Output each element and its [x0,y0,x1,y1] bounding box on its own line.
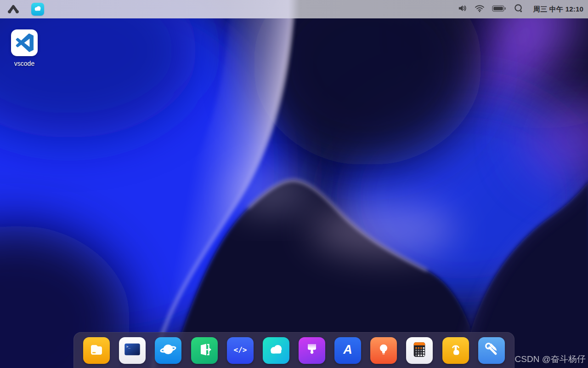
vscode-logo-icon [11,29,38,56]
dock-item-toolbox[interactable] [478,337,505,364]
launcher-button[interactable] [6,2,21,17]
desktop-shortcut-vscode[interactable]: vscode [9,29,40,67]
dock-item-tips[interactable] [370,337,397,364]
paint-brush-icon [304,341,320,360]
svg-text:</>: </> [233,345,247,354]
dock-item-weather[interactable] [263,337,289,364]
deepin-logo-icon [6,2,20,16]
cloud-app-icon [34,5,42,13]
clock[interactable]: 周三 中午 12:10 [533,5,583,14]
dock-item-file-manager[interactable] [83,337,110,364]
dock-item-gesture[interactable] [442,337,469,364]
battery-icon[interactable] [492,5,506,14]
terminal-icon: >_ [122,339,142,362]
dock: >_ </> [74,332,514,368]
active-app-button[interactable] [31,3,44,16]
folder-icon [88,341,105,360]
wrench-pencil-icon [483,341,500,360]
top-bar: 周三 中午 12:10 [0,0,588,18]
door-arrow-icon [196,341,213,360]
shortcut-label: vscode [9,60,40,67]
lightbulb-icon [376,342,391,359]
code-tags-icon: </> [231,341,249,360]
dock-item-boot-maker[interactable] [191,337,218,364]
csdn-watermark: CSDN @奋斗杨仔 [515,353,586,365]
volume-icon[interactable] [458,4,467,14]
search-icon[interactable] [514,4,523,15]
touch-hand-icon [447,341,464,360]
letter-a-icon: A [339,341,356,360]
dock-item-terminal[interactable]: >_ [119,337,146,364]
dock-item-app-store[interactable]: A [334,337,361,364]
planet-icon [159,341,177,360]
calculator-icon [409,339,430,362]
desktop-wallpaper [0,0,588,368]
wifi-icon[interactable] [475,5,485,14]
system-tray: 周三 中午 12:10 [458,4,583,15]
dock-item-calculator[interactable] [406,337,433,364]
cloud-icon [268,344,284,357]
dock-item-browser[interactable] [155,337,181,364]
dock-item-code-editor[interactable]: </> [227,337,254,364]
svg-text:>_: >_ [126,344,130,348]
dock-item-appearance[interactable] [299,337,325,364]
svg-text:A: A [343,343,352,356]
